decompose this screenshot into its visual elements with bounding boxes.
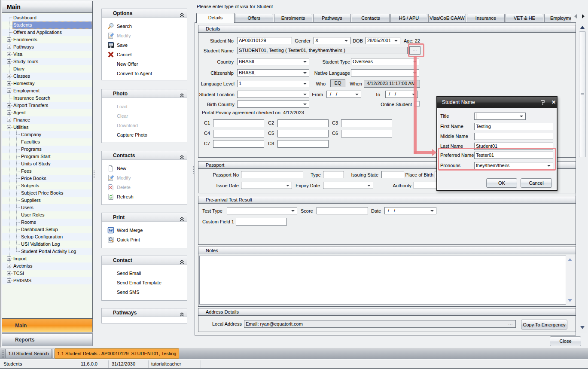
svg-text:W: W: [109, 228, 113, 233]
